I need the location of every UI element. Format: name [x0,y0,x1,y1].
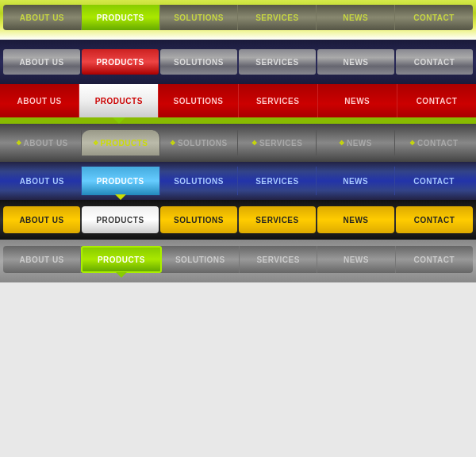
nav1-contact[interactable]: CONTACT [395,5,473,30]
nav3-services[interactable]: SERVICES [239,84,318,117]
nav2-news[interactable]: NEWS [317,49,394,75]
nav7-products[interactable]: PRODUCTS [81,246,161,273]
nav3-about[interactable]: ABOUT US [0,84,79,117]
navbar-7-inner: ABOUT US PRODUCTS SOLUTIONS SERVICES NEW… [3,246,473,273]
nav6-services[interactable]: SERVICES [239,206,316,233]
nav6-news[interactable]: NEWS [317,206,394,233]
navbar-2: ABOUT US PRODUCTS SOLUTIONS SERVICES NEW… [0,40,476,84]
nav4-news[interactable]: NEWS [317,130,395,156]
nav7-solutions[interactable]: SOLUTIONS [162,246,240,273]
navbar-1-inner: ABOUT US PRODUCTS SOLUTIONS SERVICES NEW… [3,5,473,30]
nav4-solutions[interactable]: SOLUTIONS [160,130,239,156]
nav6-products[interactable]: PRODUCTS [82,206,159,233]
navbar-4-inner: ABOUT US PRODUCTS SOLUTIONS SERVICES NEW… [3,130,473,156]
nav7-news[interactable]: NEWS [317,246,395,273]
nav5-about[interactable]: ABOUT US [3,167,82,195]
navbar-3: ABOUT US PRODUCTS SOLUTIONS SERVICES NEW… [0,84,476,124]
nav7-contact[interactable]: CONTACT [396,246,473,273]
nav2-services[interactable]: SERVICES [239,49,316,75]
nav2-contact[interactable]: CONTACT [396,49,473,75]
navbar-6-inner: ABOUT US PRODUCTS SOLUTIONS SERVICES NEW… [3,206,473,233]
nav1-solutions[interactable]: SOLUTIONS [160,5,239,30]
nav3-news[interactable]: NEWS [318,84,397,117]
nav5-solutions[interactable]: SOLUTIONS [160,167,239,195]
nav5-contact[interactable]: CONTACT [395,167,473,195]
nav2-products[interactable]: PRODUCTS [82,49,159,75]
navbar-6: ABOUT US PRODUCTS SOLUTIONS SERVICES NEW… [0,200,476,240]
nav3-solutions[interactable]: SOLUTIONS [159,84,238,117]
nav7-services[interactable]: SERVICES [240,246,317,273]
nav6-contact[interactable]: CONTACT [396,206,473,233]
navbar-2-inner: ABOUT US PRODUCTS SOLUTIONS SERVICES NEW… [3,49,473,75]
navbar-7: ABOUT US PRODUCTS SOLUTIONS SERVICES NEW… [0,240,476,282]
nav6-solutions[interactable]: SOLUTIONS [160,206,237,233]
navbar-3-inner: ABOUT US PRODUCTS SOLUTIONS SERVICES NEW… [0,84,476,117]
navbar-1: ABOUT US PRODUCTS SOLUTIONS SERVICES NEW… [0,0,476,40]
navbar-4: ABOUT US PRODUCTS SOLUTIONS SERVICES NEW… [0,124,476,162]
nav1-services[interactable]: SERVICES [238,5,317,30]
nav2-solutions[interactable]: SOLUTIONS [160,49,237,75]
navbar-5-inner: ABOUT US PRODUCTS SOLUTIONS SERVICES NEW… [3,167,473,195]
nav3-contact[interactable]: CONTACT [397,84,476,117]
nav7-about[interactable]: ABOUT US [3,246,81,273]
nav5-products[interactable]: PRODUCTS [82,167,160,195]
nav5-news[interactable]: NEWS [317,167,395,195]
nav1-products[interactable]: PRODUCTS [82,5,160,30]
nav1-about[interactable]: ABOUT US [3,5,82,30]
navbar-5: ABOUT US PRODUCTS SOLUTIONS SERVICES NEW… [0,162,476,200]
nav6-about[interactable]: ABOUT US [3,206,80,233]
nav4-about[interactable]: ABOUT US [3,130,82,156]
nav1-news[interactable]: NEWS [317,5,395,30]
nav4-services[interactable]: SERVICES [238,130,317,156]
nav2-about[interactable]: ABOUT US [3,49,80,75]
nav5-services[interactable]: SERVICES [238,167,317,195]
nav3-products[interactable]: PRODUCTS [79,84,159,117]
navbar-3-accent [0,117,476,124]
nav4-contact[interactable]: CONTACT [395,130,473,156]
nav4-products[interactable]: PRODUCTS [82,130,160,156]
